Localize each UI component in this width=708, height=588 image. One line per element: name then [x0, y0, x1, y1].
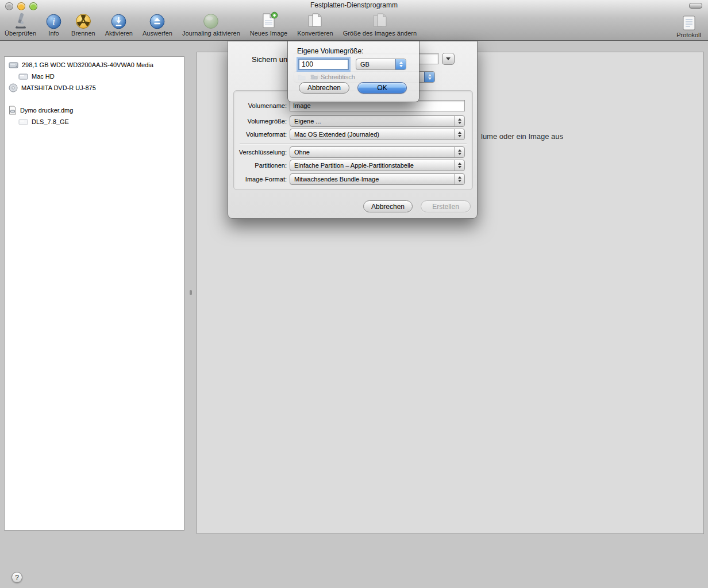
popup-arrows-icon — [454, 147, 464, 157]
log-icon — [682, 13, 697, 31]
popup-arrows-icon — [454, 160, 464, 171]
form-separator — [240, 144, 467, 145]
custom-size-cancel-button[interactable]: Abbrechen — [299, 82, 349, 94]
image-format-row: Image-Format: Mitwachsendes Bundle-Image — [234, 173, 472, 185]
popup-arrows-icon — [454, 129, 464, 140]
toolbar-toggle-pill[interactable] — [689, 3, 702, 9]
volume-size-label: Volumegröße: — [234, 118, 287, 125]
encryption-row: Verschlüsselung: Ohne — [234, 146, 472, 158]
toolbar-item-eject[interactable]: Auswerfen — [143, 9, 172, 37]
journaling-icon — [203, 11, 219, 29]
image-format-popup[interactable]: Mitwachsendes Bundle-Image — [290, 173, 465, 185]
optical-disc-icon — [9, 83, 18, 92]
hard-disk-icon — [9, 61, 18, 69]
toolbar-item-enable-journaling[interactable]: Journaling aktivieren — [182, 9, 240, 37]
background-instruction-text: lume oder ein Image aus — [481, 132, 563, 141]
image-options-group: Volumename: Volumegröße: Eigene ... Volu… — [233, 90, 473, 190]
eject-icon — [149, 11, 165, 29]
toolbar-item-resize-image[interactable]: Größe des Images ändern — [343, 9, 417, 37]
disk-utility-window: Festplatten-Dienstprogramm Überprüfen — [0, 0, 708, 588]
question-mark-icon: ? — [15, 574, 19, 582]
window-chrome: Festplatten-Dienstprogramm Überprüfen — [0, 0, 708, 41]
volume-format-popup[interactable]: Mac OS Extended (Journaled) — [290, 129, 465, 140]
toolbar-item-info[interactable]: i Info — [46, 9, 61, 37]
sidebar-item-label: MATSHITA DVD-R UJ-875 — [21, 84, 96, 91]
volume-size-popup[interactable]: Eigene ... — [290, 115, 465, 127]
sidebar-item-mac-hd[interactable]: Mac HD — [5, 71, 184, 82]
window-title: Festplatten-Dienstprogramm — [0, 1, 708, 9]
encryption-popup[interactable]: Ohne — [290, 146, 465, 158]
sidebar-item-label: DLS_7.8_GE — [32, 118, 69, 125]
toolbar-item-convert[interactable]: Konvertieren — [297, 9, 333, 37]
encryption-label: Verschlüsselung: — [234, 149, 287, 156]
popup-arrows-icon — [454, 116, 464, 126]
volume-icon — [18, 72, 28, 80]
volume-format-label: Volumeformat: — [234, 131, 287, 138]
burn-icon — [75, 11, 91, 29]
device-list: 298,1 GB WDC WD3200AAJS-40VWA0 Media Mac… — [4, 56, 184, 531]
new-image-icon — [260, 11, 278, 29]
expand-sheet-button[interactable] — [442, 53, 455, 65]
disk-image-icon — [9, 106, 17, 115]
partitions-label: Partitionen: — [234, 162, 287, 169]
toolbar-item-log[interactable]: Protokoll — [676, 11, 701, 38]
popup-arrows-icon — [424, 72, 434, 82]
custom-size-ok-button[interactable]: OK — [357, 82, 407, 94]
convert-icon — [306, 11, 324, 29]
popup-arrows-icon — [395, 59, 406, 69]
sidebar-item-label: Mac HD — [32, 73, 55, 80]
custom-size-title: Eigene Volumegröße: — [297, 47, 363, 55]
partitions-popup[interactable]: Einfache Partition – Apple-Partitionstab… — [290, 160, 465, 171]
svg-text:i: i — [52, 17, 55, 26]
size-unit-value: GB — [356, 61, 395, 68]
volume-icon — [18, 118, 28, 126]
partitions-row: Partitionen: Einfache Partition – Apple-… — [234, 160, 472, 171]
sheet-create-button[interactable]: Erstellen — [421, 200, 471, 212]
info-icon: i — [46, 11, 61, 29]
sidebar-item-label: 298,1 GB WDC WD3200AAJS-40VWA0 Media — [22, 61, 153, 68]
image-format-label: Image-Format: — [234, 176, 287, 183]
toolbar-item-verify[interactable]: Überprüfen — [5, 9, 36, 37]
toolbar-item-mount[interactable]: Aktivieren — [105, 9, 133, 37]
sidebar-item-disk-image[interactable]: Dymo drucker.dmg — [5, 105, 184, 116]
resize-image-icon — [371, 11, 388, 29]
custom-size-input[interactable] — [298, 59, 349, 70]
sidebar-item-dls-volume[interactable]: DLS_7.8_GE — [5, 116, 184, 127]
microscope-icon — [12, 11, 29, 29]
toolbar-item-burn[interactable]: Brennen — [71, 9, 95, 37]
pane-splitter-handle[interactable] — [190, 290, 192, 295]
custom-size-dialog: Eigene Volumegröße: GB Schreibtisch Abbr… — [287, 41, 420, 102]
disclosure-triangle-icon — [446, 57, 451, 60]
volumename-label: Volumename: — [234, 102, 287, 109]
toolbar-item-new-image[interactable]: Neues Image — [250, 9, 287, 37]
toolbar: Überprüfen i Info — [5, 9, 417, 37]
volume-size-row: Volumegröße: Eigene ... — [234, 115, 472, 127]
sidebar-item-disk[interactable]: 298,1 GB WDC WD3200AAJS-40VWA0 Media — [5, 59, 184, 71]
sidebar-item-label: Dymo drucker.dmg — [20, 107, 73, 114]
mount-icon — [111, 11, 126, 29]
sidebar-item-optical-drive[interactable]: MATSHITA DVD-R UJ-875 — [5, 82, 184, 94]
popup-arrows-icon — [454, 174, 464, 184]
help-button[interactable]: ? — [11, 572, 22, 583]
ghost-location-text: Schreibtisch — [311, 74, 355, 80]
save-as-label: Sichern un — [252, 55, 287, 64]
sheet-cancel-button[interactable]: Abbrechen — [363, 200, 413, 212]
size-unit-popup[interactable]: GB — [356, 59, 406, 70]
folder-icon — [311, 74, 318, 80]
volume-format-row: Volumeformat: Mac OS Extended (Journaled… — [234, 129, 472, 140]
